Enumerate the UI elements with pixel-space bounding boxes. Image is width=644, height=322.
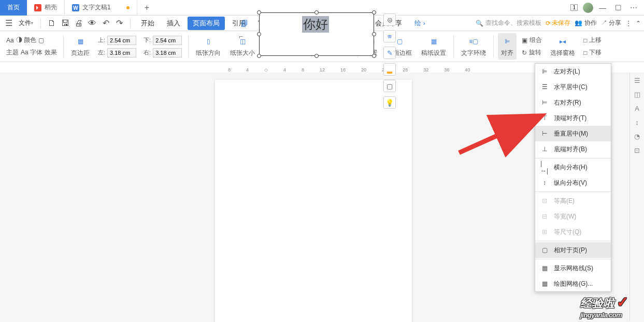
dd-draw-grid[interactable]: ▦绘图网格(G)... bbox=[535, 276, 611, 291]
align-right-icon: ⊨ bbox=[540, 98, 549, 107]
highlight-icon[interactable]: ▂ bbox=[383, 63, 396, 76]
dirty-indicator bbox=[126, 6, 130, 9]
new-icon[interactable]: 🗋 bbox=[46, 18, 58, 29]
wrap-button[interactable]: ≡▢文字环绕 bbox=[458, 33, 489, 60]
gridlines-icon: ▦ bbox=[540, 264, 549, 272]
avatar[interactable] bbox=[583, 3, 593, 13]
margin-left-input[interactable] bbox=[107, 48, 136, 57]
group-button[interactable]: ▣ 组合 bbox=[522, 35, 542, 46]
save-icon[interactable]: 🖫 bbox=[60, 18, 71, 29]
pane-icon: ▸◂ bbox=[556, 35, 569, 48]
color-btn[interactable]: ◑ 颜色 bbox=[16, 36, 36, 45]
dist-h-icon: |↔| bbox=[540, 163, 549, 171]
handle-bm[interactable] bbox=[314, 54, 319, 58]
handle-br[interactable] bbox=[372, 54, 376, 58]
theme-label[interactable]: 主题 bbox=[6, 48, 19, 57]
preview-icon[interactable]: 👁 bbox=[87, 18, 98, 29]
maximize-button[interactable]: ☐ bbox=[612, 2, 624, 14]
dd-show-gridlines[interactable]: ▦显示网格线(S) bbox=[535, 260, 611, 276]
collapse-icon[interactable]: ⊝ bbox=[383, 13, 396, 26]
window-count[interactable]: 1 bbox=[570, 4, 578, 11]
wrap-side-icon[interactable]: ≡ bbox=[383, 30, 396, 42]
handle-tm[interactable] bbox=[314, 10, 319, 14]
margin-button[interactable]: ▦ 页边距 bbox=[68, 33, 93, 60]
rp-icon-3[interactable]: ↕ bbox=[635, 119, 639, 126]
theme-icon[interactable]: Aa bbox=[6, 37, 14, 44]
right-panel: ☰ ◫ A ↕ ◔ ⊡ bbox=[629, 72, 644, 321]
dist-v-icon: ↕ bbox=[540, 179, 549, 187]
movedown-button[interactable]: □ 下移 bbox=[583, 47, 602, 58]
search-box[interactable]: 🔍 查找命令、搜索模板 bbox=[476, 19, 541, 27]
tab-start[interactable]: 开始 bbox=[136, 17, 160, 30]
wrap-icon: ≡▢ bbox=[467, 35, 480, 48]
more-icon[interactable]: ⋮ bbox=[625, 20, 632, 27]
margin-icon: ▦ bbox=[74, 35, 87, 48]
rp-icon-1[interactable]: ◫ bbox=[634, 91, 640, 98]
grid-button[interactable]: ▦稿纸设置 bbox=[418, 33, 449, 60]
align-top-icon: ⊤ bbox=[540, 114, 549, 122]
margin-right-input[interactable] bbox=[153, 48, 182, 57]
rp-icon-4[interactable]: ◔ bbox=[634, 133, 640, 140]
share-button[interactable]: ↗ 分享 bbox=[601, 19, 621, 27]
font-btn[interactable]: Aa 字体 bbox=[21, 48, 42, 57]
frame-icon[interactable]: ▢ bbox=[383, 80, 396, 92]
dd-align-left[interactable]: ⊫左对齐(L) bbox=[535, 64, 611, 79]
tab-add[interactable]: + bbox=[137, 0, 153, 16]
margin-bottom-input[interactable] bbox=[153, 36, 182, 45]
rp-icon-2[interactable]: A bbox=[635, 105, 639, 112]
eq-h-icon: ⊟ bbox=[540, 197, 549, 205]
orientation-button[interactable]: ▯纸张方向 bbox=[193, 33, 224, 60]
collapse-icon[interactable]: ⌃ bbox=[636, 20, 641, 27]
handle-bl[interactable] bbox=[257, 54, 261, 58]
dd-equal-size: ⊞等尺寸(Q) bbox=[535, 224, 611, 240]
file-menu[interactable]: 文件▾ bbox=[17, 19, 35, 27]
dd-relative-page[interactable]: ▢相对于页(P) bbox=[535, 242, 611, 258]
menu-icon[interactable]: ☰ bbox=[3, 18, 15, 29]
grid-icon: ▦ bbox=[427, 35, 440, 48]
tab-home[interactable]: 首页 bbox=[0, 0, 27, 16]
text-box[interactable]: 你好 bbox=[259, 12, 374, 56]
pen-icon[interactable]: ✎ bbox=[383, 47, 396, 59]
pane-button[interactable]: ▸◂选择窗格 bbox=[547, 33, 578, 60]
tab-document[interactable]: W 文字文稿1 bbox=[64, 0, 137, 16]
tab-docer[interactable]: 稻壳 bbox=[27, 0, 64, 16]
page[interactable] bbox=[215, 80, 412, 322]
dd-dist-h[interactable]: |↔|横向分布(H) bbox=[535, 159, 611, 175]
redo-icon[interactable]: ↷ bbox=[113, 18, 125, 29]
rp-expand-icon[interactable]: ☰ bbox=[634, 77, 640, 84]
dd-align-right[interactable]: ⊨右对齐(R) bbox=[535, 95, 611, 110]
tab-insert[interactable]: 插入 bbox=[162, 17, 185, 30]
dd-align-hcenter[interactable]: ☰水平居中(C) bbox=[535, 79, 611, 95]
rp-icon-5[interactable]: ⊡ bbox=[634, 147, 640, 154]
align-button[interactable]: ⊫对齐 bbox=[498, 33, 517, 60]
dd-align-top[interactable]: ⊤顶端对齐(T) bbox=[535, 110, 611, 126]
collab-button[interactable]: 👥 协作 bbox=[575, 19, 596, 27]
bulb-icon[interactable]: 💡 bbox=[383, 96, 396, 109]
handle-tl[interactable] bbox=[257, 10, 261, 14]
textbox-text[interactable]: 你好 bbox=[302, 16, 329, 33]
align-bottom-icon: ⊥ bbox=[540, 145, 549, 153]
dd-equal-height: ⊟等高(E) bbox=[535, 193, 611, 209]
dd-align-bottom[interactable]: ⊥底端对齐(B) bbox=[535, 141, 611, 157]
box-icon[interactable]: ▢ bbox=[38, 37, 44, 44]
unsaved-badge[interactable]: ⟳ 未保存 bbox=[546, 19, 570, 27]
options-button[interactable]: ⋯ bbox=[627, 2, 640, 14]
page-mark-icon[interactable]: 🗐 bbox=[241, 20, 248, 28]
handle-ml[interactable] bbox=[257, 32, 261, 36]
moveup-button[interactable]: □ 上移 bbox=[583, 35, 602, 46]
dd-align-vcenter[interactable]: ⊢垂直居中(M) bbox=[535, 126, 611, 141]
print-icon[interactable]: 🖨 bbox=[73, 18, 84, 29]
dd-dist-v[interactable]: ↕纵向分布(V) bbox=[535, 175, 611, 191]
tab-draw[interactable]: 绘 › bbox=[409, 17, 431, 30]
effect-btn[interactable]: 效果 bbox=[45, 48, 57, 57]
rel-page-icon: ▢ bbox=[540, 246, 549, 254]
handle-tr[interactable] bbox=[372, 10, 376, 14]
minimize-button[interactable]: — bbox=[596, 2, 609, 14]
tab-pagelayout[interactable]: 页面布局 bbox=[188, 17, 225, 30]
docer-icon bbox=[34, 4, 41, 11]
undo-icon[interactable]: ↶ bbox=[100, 18, 111, 29]
margin-top-input[interactable] bbox=[107, 36, 136, 45]
handle-mr[interactable] bbox=[372, 32, 376, 36]
rotate-button[interactable]: ↻ 旋转 bbox=[522, 47, 542, 58]
orientation-icon: ▯ bbox=[202, 35, 214, 48]
